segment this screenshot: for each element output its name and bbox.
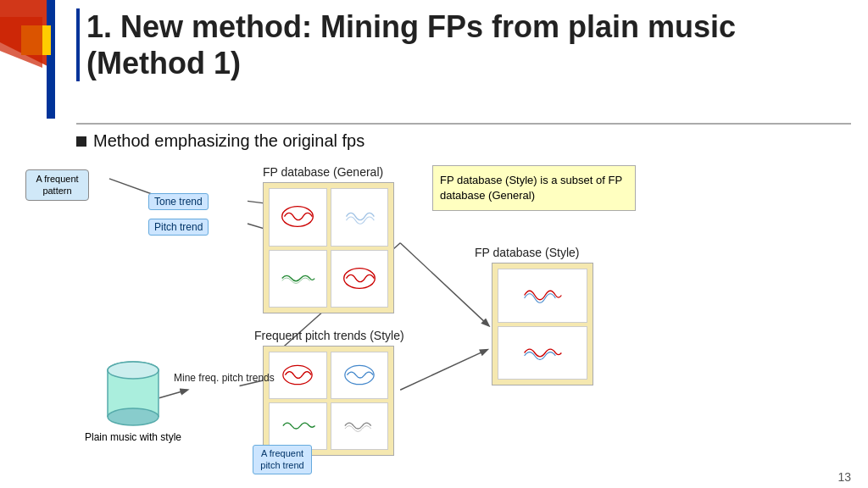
svg-point-14 <box>343 268 375 288</box>
subtitle: Method emphasizing the original fps <box>76 131 851 151</box>
pitch-trend-label: Pitch trend <box>148 219 209 236</box>
fp-general-label: FP database (General) <box>263 165 383 179</box>
mine-freq-label: Mine freq. pitch trends <box>174 371 275 385</box>
bottom-wave-1 <box>269 352 327 399</box>
page-number: 13 <box>837 470 851 484</box>
svg-point-22 <box>108 362 159 379</box>
svg-marker-3 <box>0 17 42 68</box>
frequent-pattern-label: A frequent pattern <box>25 169 89 201</box>
freq-pitch-label: Frequent pitch trends (Style) <box>254 329 404 342</box>
svg-point-15 <box>283 365 312 384</box>
fp-style-info: FP database (Style) is a subset of FP da… <box>432 165 636 211</box>
style-wave-1 <box>498 269 587 323</box>
cylinder-shape <box>103 360 163 428</box>
wave-cell-2 <box>331 188 389 247</box>
title-area: 1. New method: Mining FPs from plain mus… <box>76 8 851 81</box>
freq-pitch-trend-label: A frequent pitch trend <box>253 445 312 474</box>
subtitle-area: Method emphasizing the original fps <box>76 123 851 151</box>
wave-cell-1 <box>269 188 327 247</box>
wave-cell-3 <box>269 250 327 308</box>
svg-point-13 <box>282 207 314 227</box>
tone-trend-label: Tone trend <box>148 193 209 210</box>
svg-point-16 <box>345 365 374 384</box>
svg-point-19 <box>108 408 159 425</box>
fp-style-label: FP database (Style) <box>475 246 579 259</box>
bottom-wave-4 <box>331 402 389 450</box>
bottom-wave-3 <box>269 402 327 450</box>
fp-style-box <box>492 263 593 385</box>
main-content: A frequent pattern Tone trend Pitch tren… <box>17 161 851 471</box>
corner-decoration <box>0 0 76 119</box>
bullet-icon <box>76 136 86 147</box>
plain-music-cylinder: Plain music with style <box>85 360 181 445</box>
wave-cell-4 <box>331 250 389 308</box>
svg-rect-1 <box>47 0 55 119</box>
fp-bottom-box <box>263 346 394 456</box>
bottom-wave-2 <box>331 352 389 399</box>
svg-line-9 <box>400 350 487 390</box>
plain-music-label: Plain music with style <box>85 431 181 445</box>
fp-general-box <box>263 182 394 313</box>
page-title: 1. New method: Mining FPs from plain mus… <box>76 8 851 81</box>
style-wave-2 <box>498 326 587 380</box>
